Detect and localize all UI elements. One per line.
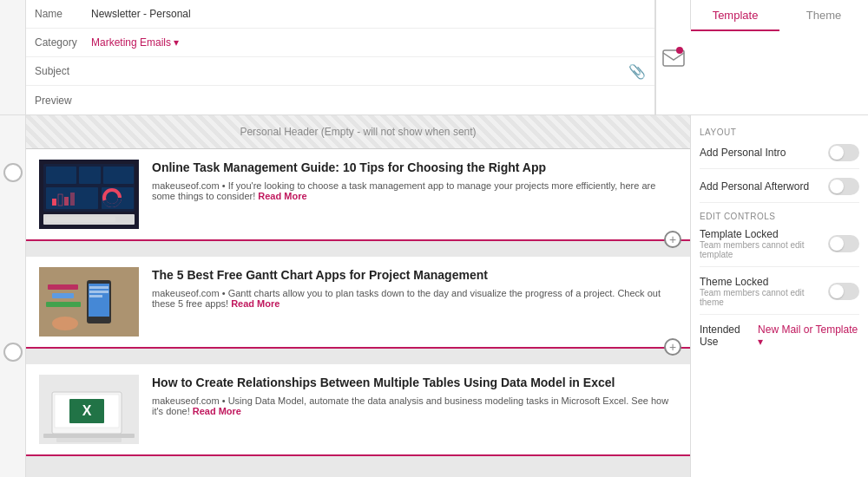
section-gap-1 (26, 241, 690, 257)
svg-rect-16 (46, 217, 115, 222)
left-gutter (0, 0, 26, 114)
read-more-2[interactable]: Read More (231, 298, 279, 309)
main-area: Personal Header (Empty - will not show w… (0, 115, 868, 477)
section-gap-2 (26, 349, 690, 364)
template-locked-label: Template Locked Team members cannot edit… (700, 228, 828, 259)
theme-locked-toggle[interactable] (828, 283, 859, 300)
subject-label: Subject (35, 65, 91, 77)
layout-section-title: Layout (700, 127, 859, 137)
add-personal-afterword-row: Add Personal Afterword (700, 178, 859, 203)
read-more-1[interactable]: Read More (258, 191, 306, 201)
read-more-3[interactable]: Read More (193, 406, 241, 416)
article-content-1: Online Task Management Guide: 10 Tips fo… (152, 160, 677, 205)
add-row-btn-2[interactable]: + (664, 338, 681, 356)
article-img-3: X (39, 375, 139, 444)
svg-point-27 (52, 317, 78, 330)
svg-rect-6 (103, 167, 134, 184)
article-site-2: makeuseof.com (152, 288, 220, 298)
svg-rect-22 (89, 291, 108, 293)
category-label: Category (35, 36, 91, 49)
svg-rect-10 (58, 194, 62, 206)
category-value[interactable]: Marketing Emails ▾ (91, 36, 646, 49)
preview-row: Preview (26, 86, 654, 114)
selection-col (0, 115, 26, 477)
article-source-3: makeuseof.com • Using Data Model, automa… (152, 395, 677, 416)
add-personal-intro-toggle[interactable] (828, 144, 859, 161)
article-row-2: The 5 Best Free Gantt Chart Apps for Pro… (26, 257, 690, 347)
email-icon (661, 45, 686, 69)
template-locked-row: Template Locked Team members cannot edit… (700, 228, 859, 267)
article-row-1: Online Task Management Guide: 10 Tips fo… (26, 149, 690, 239)
svg-rect-9 (52, 199, 56, 206)
article-section-1: Online Task Management Guide: 10 Tips fo… (26, 149, 690, 241)
article-source-1: makeuseof.com • If you're looking to cho… (152, 180, 677, 201)
theme-locked-row: Theme Locked Team members cannot edit th… (700, 276, 859, 315)
article-title-3: How to Create Relationships Between Mult… (152, 375, 677, 390)
intended-use-value[interactable]: New Mail or Template ▾ (758, 323, 859, 348)
svg-rect-34 (56, 438, 122, 442)
select-btn-2[interactable] (3, 343, 23, 362)
article-title-2: The 5 Best Free Gantt Chart Apps for Pro… (152, 267, 677, 283)
svg-rect-12 (70, 193, 75, 206)
preview-label: Preview (35, 95, 91, 107)
intended-use-row: Intended Use New Mail or Template ▾ (700, 323, 859, 348)
theme-locked-label: Theme Locked Team members cannot edit th… (700, 276, 828, 307)
article-row-3: X How to Create Relationships Between Mu… (26, 364, 690, 454)
personal-header: Personal Header (Empty - will not show w… (26, 115, 690, 149)
article-img-2 (39, 267, 139, 337)
edit-controls-title: Edit Controls (700, 212, 859, 221)
add-personal-afterword-label: Add Personal Afterword (700, 180, 828, 193)
svg-text:X: X (82, 403, 92, 418)
article-img-1 (39, 160, 139, 229)
article-section-2: The 5 Best Free Gantt Chart Apps for Pro… (26, 257, 690, 349)
right-panel: Layout Add Personal Intro Add Personal A… (690, 115, 868, 477)
article-content-3: How to Create Relationships Between Mult… (152, 375, 677, 420)
svg-rect-33 (43, 434, 135, 438)
tab-template[interactable]: Template (691, 0, 779, 31)
panel-body: Layout Add Personal Intro Add Personal A… (691, 115, 868, 477)
meta-fields: Name Newsletter - Personal Category Mark… (26, 0, 655, 114)
panel-tabs: Template Theme (690, 0, 868, 29)
add-personal-intro-label: Add Personal Intro (700, 147, 828, 159)
svg-rect-25 (52, 293, 74, 298)
svg-rect-24 (48, 284, 78, 290)
intended-use-label: Intended Use (700, 323, 758, 348)
svg-rect-4 (46, 167, 76, 184)
name-label: Name (35, 8, 91, 20)
svg-rect-1 (676, 47, 683, 54)
email-icon-area[interactable] (655, 0, 690, 114)
name-row: Name Newsletter - Personal (26, 0, 654, 29)
svg-rect-26 (46, 302, 81, 307)
template-locked-toggle[interactable] (828, 235, 859, 252)
subject-row: Subject 📎 (26, 57, 654, 86)
article-source-2: makeuseof.com • Gantt charts allow you t… (152, 288, 677, 309)
add-row-btn-1[interactable]: + (664, 231, 681, 248)
svg-rect-11 (64, 197, 69, 206)
select-btn-1[interactable] (3, 163, 23, 182)
content-area: Personal Header (Empty - will not show w… (26, 115, 690, 477)
name-value: Newsletter - Personal (91, 8, 646, 20)
paperclip-icon[interactable]: 📎 (628, 63, 646, 80)
article-title-1: Online Task Management Guide: 10 Tips fo… (152, 160, 677, 175)
article-content-2: The 5 Best Free Gantt Chart Apps for Pro… (152, 267, 677, 312)
svg-rect-23 (89, 295, 102, 297)
tab-theme[interactable]: Theme (779, 0, 868, 31)
category-row: Category Marketing Emails ▾ (26, 29, 654, 57)
svg-rect-5 (79, 167, 101, 184)
header-area: Name Newsletter - Personal Category Mark… (0, 0, 868, 115)
add-personal-intro-row: Add Personal Intro (700, 144, 859, 169)
article-site-3: makeuseof.com (152, 395, 220, 406)
add-personal-afterword-toggle[interactable] (828, 178, 859, 195)
svg-rect-21 (89, 286, 108, 289)
article-section-3: X How to Create Relationships Between Mu… (26, 364, 690, 456)
article-site-1: makeuseof.com (152, 180, 220, 191)
